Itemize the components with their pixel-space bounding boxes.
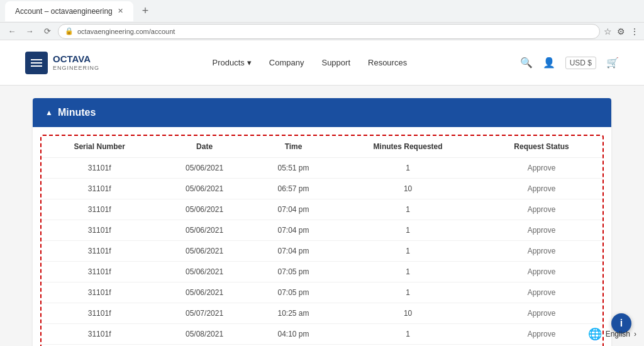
- col-minutes: Minutes Requested: [335, 136, 480, 158]
- nav-company-label: Company: [269, 58, 304, 67]
- nav-products-label: Products: [213, 58, 245, 67]
- table-row: 31101f 05/06/2021 06:57 pm 10 Approve: [42, 179, 602, 199]
- cell-time: 07:05 pm: [252, 262, 335, 282]
- cell-date: 05/06/2021: [157, 220, 252, 241]
- section-title: Minutes: [58, 107, 96, 118]
- cell-serial: 31101f: [42, 262, 157, 282]
- extension-icon[interactable]: ⚙: [617, 26, 625, 36]
- header-actions: 🔍 👤 USD $ 🛒: [520, 57, 619, 69]
- col-serial: Serial Number: [42, 136, 157, 158]
- browser-tab-bar: Account – octavaengineering ✕ +: [0, 0, 644, 23]
- cell-status[interactable]: Approve: [480, 303, 602, 324]
- table-row: 31101f 05/07/2021 10:25 am 10 Approve: [42, 303, 602, 324]
- cell-minutes: 1: [335, 220, 480, 241]
- flag-icon: 🌐: [588, 327, 602, 341]
- nav-products[interactable]: Products ▾: [213, 58, 252, 67]
- lock-icon: 🔒: [65, 27, 74, 35]
- nav-support-label: Support: [321, 58, 350, 67]
- cell-time: 05:51 pm: [252, 158, 335, 179]
- minutes-table: Serial Number Date Time Minutes Requeste…: [42, 136, 602, 346]
- cell-status[interactable]: Approve: [480, 241, 602, 262]
- table-header-row: Serial Number Date Time Minutes Requeste…: [42, 136, 602, 158]
- nav-resources-label: Resources: [368, 58, 407, 67]
- cell-status[interactable]: Approve: [480, 282, 602, 303]
- cell-time: 07:04 pm: [252, 241, 335, 262]
- cell-minutes: 1: [335, 262, 480, 282]
- cell-status[interactable]: Approve: [480, 158, 602, 179]
- nav-resources[interactable]: Resources: [368, 58, 407, 67]
- new-tab-button[interactable]: +: [138, 3, 153, 19]
- logo[interactable]: OCTAVA ENGINEERING: [25, 52, 99, 74]
- forward-button[interactable]: →: [23, 25, 36, 38]
- bookmark-icon[interactable]: ☆: [604, 26, 612, 36]
- nav-products-chevron: ▾: [247, 58, 252, 67]
- logo-subtitle: ENGINEERING: [53, 65, 99, 71]
- browser-controls: ← → ⟳ 🔒 octavaengineering.com/account ☆ …: [0, 23, 644, 40]
- tab-title: Account – octavaengineering: [15, 7, 113, 16]
- cell-serial: 31101f: [42, 241, 157, 262]
- tab-close-button[interactable]: ✕: [118, 7, 123, 15]
- refresh-button[interactable]: ⟳: [40, 25, 54, 38]
- cell-date: 05/07/2021: [157, 303, 252, 324]
- cell-status[interactable]: Approve: [480, 220, 602, 241]
- table-row: 31101f 05/06/2021 07:04 pm 1 Approve: [42, 199, 602, 220]
- cell-date: 05/08/2021: [157, 324, 252, 345]
- main-content: ▲ Minutes Serial Number Date Time Minute…: [20, 98, 624, 346]
- minutes-section: ▲ Minutes Serial Number Date Time Minute…: [33, 98, 611, 346]
- cell-serial: 31101f: [42, 324, 157, 345]
- cell-minutes: 10: [335, 303, 480, 324]
- cell-date: 05/06/2021: [157, 262, 252, 282]
- menu-icon[interactable]: ⋮: [630, 26, 639, 36]
- cart-icon[interactable]: 🛒: [606, 57, 619, 69]
- address-bar[interactable]: 🔒 octavaengineering.com/account: [58, 24, 600, 39]
- currency-selector[interactable]: USD $: [565, 57, 596, 69]
- cell-date: 05/06/2021: [157, 199, 252, 220]
- language-chevron: ›: [634, 330, 636, 338]
- language-label[interactable]: English: [606, 330, 630, 338]
- cell-minutes: 1: [335, 158, 480, 179]
- logo-icon: [25, 52, 48, 74]
- cell-serial: 31101f: [42, 179, 157, 199]
- nav-company[interactable]: Company: [269, 58, 304, 67]
- main-nav: Products ▾ Company Support Resources: [213, 58, 408, 67]
- table-row: 31101f 05/06/2021 07:04 pm 1 Approve: [42, 241, 602, 262]
- active-tab[interactable]: Account – octavaengineering ✕: [5, 1, 133, 21]
- cell-date: 05/06/2021: [157, 158, 252, 179]
- cell-time: 07:04 pm: [252, 199, 335, 220]
- section-header: ▲ Minutes: [33, 98, 611, 127]
- user-icon[interactable]: 👤: [543, 57, 555, 69]
- table-row: 31101f 05/06/2021 07:05 pm 1 Approve: [42, 282, 602, 303]
- cell-minutes: 10: [335, 179, 480, 199]
- cell-status[interactable]: Approve: [480, 262, 602, 282]
- browser-action-icons: ☆ ⚙ ⋮: [604, 26, 639, 36]
- nav-support[interactable]: Support: [321, 58, 350, 67]
- cell-serial: 31101f: [42, 220, 157, 241]
- search-icon[interactable]: 🔍: [520, 57, 533, 69]
- bottom-bar: 🌐 English ›: [580, 322, 644, 346]
- cell-minutes: 1: [335, 199, 480, 220]
- table-row: 31101f 05/06/2021 07:05 pm 1 Approve: [42, 262, 602, 282]
- cell-minutes: 1: [335, 282, 480, 303]
- cell-status[interactable]: Approve: [480, 199, 602, 220]
- cell-serial: 31101f: [42, 303, 157, 324]
- cell-date: 05/06/2021: [157, 179, 252, 199]
- col-status: Request Status: [480, 136, 602, 158]
- site-header: OCTAVA ENGINEERING Products ▾ Company Su…: [0, 40, 644, 86]
- cell-time: 06:57 pm: [252, 179, 335, 199]
- table-row: 31101f 05/08/2021 04:10 pm 1 Approve: [42, 324, 602, 345]
- logo-text-block: OCTAVA ENGINEERING: [53, 54, 99, 71]
- cell-serial: 31101f: [42, 158, 157, 179]
- cell-time: 07:04 pm: [252, 220, 335, 241]
- back-button[interactable]: ←: [5, 25, 19, 38]
- cell-time: 04:10 pm: [252, 324, 335, 345]
- cell-status[interactable]: Approve: [480, 179, 602, 199]
- table-container: Serial Number Date Time Minutes Requeste…: [40, 135, 604, 346]
- table-row: 31101f 05/06/2021 05:51 pm 1 Approve: [42, 158, 602, 179]
- cell-minutes: 1: [335, 324, 480, 345]
- cell-date: 05/06/2021: [157, 241, 252, 262]
- cell-serial: 31101f: [42, 199, 157, 220]
- table-row: 31101f 05/06/2021 07:04 pm 1 Approve: [42, 220, 602, 241]
- cell-time: 10:25 am: [252, 303, 335, 324]
- cell-time: 07:05 pm: [252, 282, 335, 303]
- logo-name: OCTAVA: [53, 54, 99, 65]
